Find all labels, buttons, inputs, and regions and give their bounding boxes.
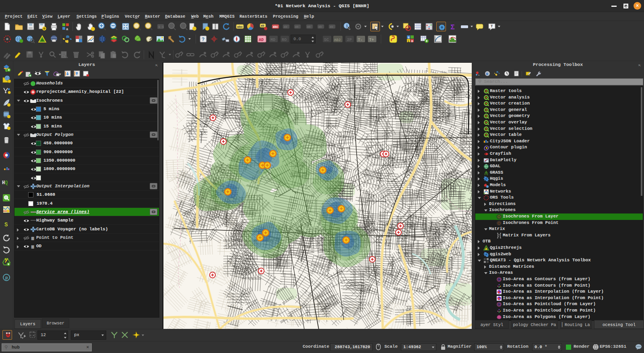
svg-text:p: p — [5, 275, 8, 280]
svg-text:ab: ab — [330, 25, 333, 29]
svg-text:D: D — [411, 40, 413, 43]
svg-text:i: i — [346, 24, 348, 29]
svg-text:T+: T+ — [369, 38, 374, 42]
svg-text:T: T — [491, 25, 493, 29]
svg-text:S: S — [4, 222, 8, 228]
svg-text:a: a — [66, 27, 68, 31]
svg-text:T-: T- — [358, 38, 363, 42]
svg-text:HQ: HQ — [2, 180, 8, 186]
svg-text:ab: ab — [307, 25, 310, 29]
svg-text:Σ: Σ — [450, 23, 455, 31]
svg-text:RO: RO — [282, 38, 287, 42]
svg-text:AD: AD — [259, 38, 264, 42]
svg-text:L: L — [408, 40, 409, 43]
svg-text:S: S — [408, 36, 409, 39]
svg-text:abc: abc — [273, 25, 278, 29]
svg-text:ab: ab — [318, 25, 322, 29]
svg-text:ab: ab — [261, 24, 264, 27]
svg-text:MD: MD — [270, 38, 275, 42]
svg-text:?: ? — [202, 37, 204, 43]
svg-text:1:1: 1:1 — [158, 25, 164, 29]
svg-text:SC: SC — [324, 38, 329, 42]
svg-text:abc: abc — [237, 25, 243, 29]
svg-text:ADJ: ADJ — [334, 38, 341, 42]
svg-text:R: R — [486, 72, 489, 76]
svg-text:ab: ab — [295, 25, 298, 29]
svg-text:ab: ab — [284, 25, 287, 29]
svg-text:2P: 2P — [347, 38, 352, 42]
